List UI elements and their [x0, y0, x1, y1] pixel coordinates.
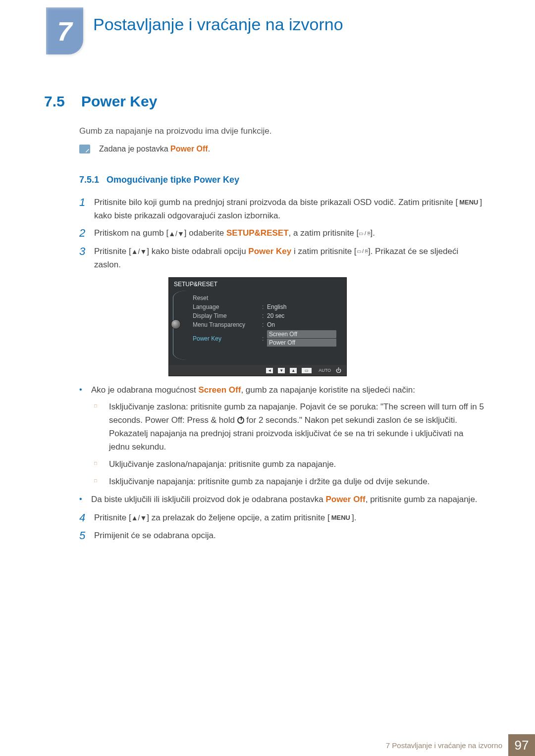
section-title: Power Key — [81, 93, 157, 110]
step-number: 1 — [79, 196, 94, 222]
page-footer: 7 Postavljanje i vraćanje na izvorno 97 — [0, 734, 535, 756]
chapter-badge: 7 — [46, 7, 83, 54]
accent-screen-off: Screen Off — [198, 385, 241, 395]
osd-row-transparency: Menu Transparency : On — [193, 320, 341, 329]
step-body: Pritisnite bilo koji gumb na prednjoj st… — [94, 196, 485, 222]
subbullet-marker: □ — [94, 457, 109, 471]
menu-label: MENU — [330, 513, 352, 523]
step-5: 5 Primijenit će se odabrana opcija. — [79, 529, 485, 543]
note-icon — [79, 145, 90, 153]
step-1: 1 Pritisnite bilo koji gumb na prednjoj … — [79, 196, 485, 222]
note-text: Zadana je postavka Power Off. — [99, 145, 210, 153]
osd-row-display-time: Display Time : 20 sec — [193, 311, 341, 320]
note-row: Zadana je postavka Power Off. — [79, 145, 210, 153]
section-number: 7.5 — [44, 93, 79, 110]
chapter-number: 7 — [57, 16, 72, 47]
arrows-icon: ▲/▼ — [131, 246, 147, 257]
osd-left-icon: ◄ — [266, 368, 273, 373]
bullet-list-1: • Ako je odabrana mogućnost Screen Off, … — [79, 383, 485, 506]
osd-auto-label: AUTO — [319, 368, 331, 373]
chapter-title: Postavljanje i vraćanje na izvorno — [93, 15, 343, 34]
osd-row-reset: Reset — [193, 294, 341, 302]
subbullet-3: □ Isključivanje napajanja: pritisnite gu… — [94, 475, 485, 488]
arrows-icon: ▲/▼ — [131, 512, 147, 523]
step-body: Pritisnite [▲/▼] za prelazak do željene … — [94, 511, 356, 525]
step-4: 4 Pritisnite [▲/▼] za prelazak do željen… — [79, 511, 485, 525]
osd-panel: SETUP&RESET Reset Language : English Dis… — [168, 277, 347, 376]
accent-power-key: Power Key — [248, 247, 291, 256]
section-heading: 7.5 Power Key — [44, 93, 157, 110]
step-body: Pritiskom na gumb [▲/▼] odaberite SETUP&… — [94, 226, 375, 241]
osd-up-icon: ▲ — [290, 368, 297, 373]
accent-power-off: Power Off — [325, 495, 365, 504]
bullet-marker: • — [79, 383, 91, 397]
subsection-number: 7.5.1 — [79, 175, 107, 185]
step-body: Pritisnite [▲/▼] kako biste odabrali opc… — [94, 245, 485, 271]
step-number: 4 — [79, 511, 94, 525]
osd-option-screen-off: Screen Off — [267, 330, 336, 338]
osd-title: SETUP&RESET — [169, 278, 346, 291]
subbullet-marker: □ — [94, 400, 109, 454]
osd-row-language: Language : English — [193, 302, 341, 311]
osd-option-power-off: Power Off — [267, 339, 336, 347]
subbullet-1: □ Isključivanje zaslona: pritisnite gumb… — [94, 400, 485, 454]
power-icon — [237, 417, 244, 424]
step-body: Primijenit će se odabrana opcija. — [94, 529, 216, 543]
step-2: 2 Pritiskom na gumb [▲/▼] odaberite SETU… — [79, 226, 485, 241]
osd-footer: ◄ ▼ ▲ ▭ AUTO ⏻ — [169, 365, 346, 376]
bullet-marker: • — [79, 493, 91, 506]
osd-row-power-key: Power Key : Screen Off Power Off — [193, 329, 341, 348]
menu-label: MENU — [458, 198, 480, 208]
footer-page-number: 97 — [508, 734, 535, 756]
arrows-icon: ▲/▼ — [168, 228, 184, 239]
osd-enter-icon: ▭ — [302, 368, 312, 373]
footer-title: 7 Postavljanje i vraćanje na izvorno — [386, 741, 502, 750]
accent-setup-reset: SETUP&RESET — [226, 228, 289, 238]
step-number: 5 — [79, 529, 94, 543]
bullet-power-off: • Da biste uključili ili isključili proi… — [79, 493, 485, 506]
note-suffix: . — [208, 145, 210, 153]
note-prefix: Zadana je postavka — [99, 145, 170, 153]
intro-text: Gumb za napajanje na proizvodu ima dvije… — [79, 126, 271, 136]
note-value: Power Off — [170, 145, 208, 153]
bullet-screen-off: • Ako je odabrana mogućnost Screen Off, … — [79, 383, 485, 397]
osd-power-icon: ⏻ — [336, 367, 341, 373]
subbullet-marker: □ — [94, 475, 109, 488]
chapter-header: 7 Postavljanje i vraćanje na izvorno — [46, 7, 343, 54]
subbullet-2: □ Uključivanje zaslona/napajanja: pritis… — [94, 457, 485, 471]
step-number: 3 — [79, 245, 94, 271]
subsection-heading: 7.5.1 Omogućivanje tipke Power Key — [79, 175, 239, 185]
steps-list: 1 Pritisnite bilo koji gumb na prednjoj … — [79, 196, 485, 547]
subsection-title: Omogućivanje tipke Power Key — [107, 175, 239, 185]
osd-down-icon: ▼ — [278, 368, 285, 373]
step-number: 2 — [79, 226, 94, 241]
osd-body: Reset Language : English Display Time : … — [169, 291, 346, 365]
step-3: 3 Pritisnite [▲/▼] kako biste odabrali o… — [79, 245, 485, 271]
nav-icon: ▭ / ⎘ — [357, 248, 368, 255]
nav-icon: ▭ / ⎘ — [359, 230, 370, 238]
